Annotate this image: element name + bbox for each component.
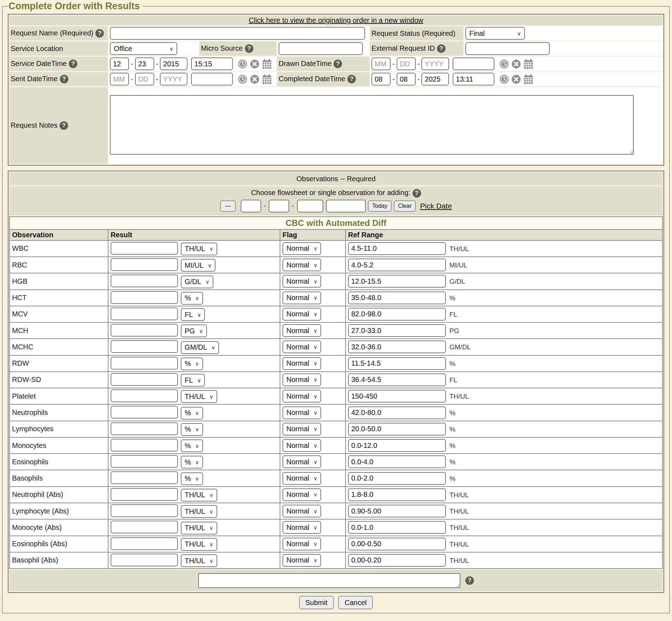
observation-note-textarea[interactable] [198, 573, 460, 588]
flag-select[interactable]: Normal∨ [282, 357, 321, 370]
ref-range-input[interactable] [348, 242, 446, 255]
ref-range-input[interactable] [348, 521, 446, 534]
help-icon[interactable]: ? [245, 44, 253, 53]
flag-select[interactable]: Normal∨ [282, 406, 321, 419]
calendar-icon[interactable] [262, 74, 272, 84]
result-unit-select[interactable]: %∨ [181, 407, 203, 420]
chooser-time-input[interactable] [326, 200, 366, 212]
sent-day-input[interactable] [135, 73, 154, 85]
ref-range-input[interactable] [348, 439, 446, 452]
remove-flowsheet-button[interactable]: — [220, 200, 236, 212]
service-day-input[interactable] [135, 57, 154, 70]
calendar-icon[interactable] [262, 59, 272, 69]
micro-source-input[interactable] [279, 42, 363, 55]
result-unit-select[interactable]: TH/UL∨ [181, 243, 217, 255]
result-input[interactable] [111, 504, 178, 517]
result-unit-select[interactable]: TH/UL∨ [181, 554, 217, 567]
calendar-icon[interactable] [523, 74, 533, 84]
help-icon[interactable]: ? [413, 189, 421, 198]
ref-range-input[interactable] [348, 373, 446, 386]
help-icon[interactable]: ? [465, 576, 474, 585]
help-icon[interactable]: ? [60, 121, 68, 130]
flag-select[interactable]: Normal∨ [282, 455, 321, 468]
ref-range-input[interactable] [348, 259, 446, 271]
ref-range-input[interactable] [348, 423, 446, 436]
result-unit-select[interactable]: PG∨ [181, 325, 207, 337]
drawn-month-input[interactable] [371, 57, 391, 70]
ref-range-input[interactable] [348, 554, 446, 567]
result-unit-select[interactable]: %∨ [181, 472, 203, 485]
result-unit-select[interactable]: MI/UL∨ [181, 259, 215, 272]
flag-select[interactable]: Normal∨ [282, 439, 321, 452]
request-name-input[interactable] [110, 27, 365, 40]
flag-select[interactable]: Normal∨ [282, 390, 321, 403]
cancel-button[interactable]: Cancel [338, 596, 373, 609]
result-input[interactable] [111, 554, 178, 566]
submit-button[interactable]: Submit [299, 596, 334, 609]
help-icon[interactable]: ? [69, 60, 77, 68]
service-time-input[interactable] [191, 57, 233, 70]
view-originating-order-link[interactable]: Click here to view the originating order… [249, 16, 423, 24]
flag-select[interactable]: Normal∨ [282, 472, 321, 485]
request-status-select[interactable]: Final ∨ [465, 27, 525, 40]
result-unit-select[interactable]: %∨ [181, 292, 203, 305]
flag-select[interactable]: Normal∨ [282, 488, 321, 501]
ref-range-input[interactable] [348, 357, 446, 370]
result-input[interactable] [111, 258, 178, 271]
clock-icon[interactable] [238, 59, 247, 69]
ref-range-input[interactable] [348, 455, 446, 468]
drawn-year-input[interactable] [421, 57, 449, 70]
service-year-input[interactable] [160, 57, 187, 70]
flag-select[interactable]: Normal∨ [282, 521, 321, 534]
request-notes-textarea[interactable] [110, 95, 634, 155]
clear-date-icon[interactable] [511, 74, 521, 84]
pick-date-link[interactable]: Pick Date [420, 202, 452, 210]
result-unit-select[interactable]: %∨ [181, 357, 203, 370]
flag-select[interactable]: Normal∨ [282, 538, 321, 550]
flag-select[interactable]: Normal∨ [282, 373, 321, 386]
drawn-time-input[interactable] [453, 57, 494, 70]
result-unit-select[interactable]: TH/UL∨ [181, 538, 217, 551]
flag-select[interactable]: Normal∨ [282, 242, 321, 255]
completed-year-input[interactable] [421, 73, 449, 85]
flag-select[interactable]: Normal∨ [282, 308, 321, 321]
clear-date-icon[interactable] [511, 59, 521, 69]
result-unit-select[interactable]: G/DL∨ [181, 276, 213, 288]
help-icon[interactable]: ? [347, 75, 356, 83]
service-location-select[interactable]: Office ∨ [110, 42, 177, 55]
flag-select[interactable]: Normal∨ [282, 275, 321, 288]
ref-range-input[interactable] [348, 275, 446, 288]
result-input[interactable] [111, 373, 178, 386]
ref-range-input[interactable] [348, 472, 446, 485]
clock-icon[interactable] [499, 74, 509, 84]
help-icon[interactable]: ? [95, 29, 104, 38]
result-input[interactable] [111, 439, 178, 451]
result-input[interactable] [111, 521, 178, 533]
clear-button[interactable]: Clear [394, 200, 416, 212]
result-unit-select[interactable]: TH/UL∨ [181, 505, 217, 518]
drawn-day-input[interactable] [397, 57, 416, 70]
result-unit-select[interactable]: TH/UL∨ [181, 522, 217, 534]
clear-date-icon[interactable] [250, 74, 259, 84]
flag-select[interactable]: Normal∨ [282, 340, 321, 353]
calendar-icon[interactable] [523, 59, 533, 69]
result-input[interactable] [111, 406, 178, 418]
completed-day-input[interactable] [397, 73, 416, 85]
ref-range-input[interactable] [348, 488, 446, 501]
sent-time-input[interactable] [191, 73, 233, 85]
result-input[interactable] [111, 357, 178, 370]
flag-select[interactable]: Normal∨ [282, 505, 321, 517]
result-unit-select[interactable]: TH/UL∨ [181, 489, 217, 501]
flag-select[interactable]: Normal∨ [282, 324, 321, 337]
result-input[interactable] [111, 455, 178, 468]
chooser-year-input[interactable] [297, 200, 323, 212]
external-request-id-input[interactable] [465, 42, 550, 55]
result-unit-select[interactable]: TH/UL∨ [181, 390, 217, 403]
clock-icon[interactable] [238, 74, 247, 84]
completed-month-input[interactable] [371, 73, 391, 85]
help-icon[interactable]: ? [60, 75, 68, 83]
completed-time-input[interactable] [453, 73, 494, 85]
service-month-input[interactable] [110, 57, 129, 70]
ref-range-input[interactable] [348, 390, 446, 403]
help-icon[interactable]: ? [437, 44, 446, 53]
